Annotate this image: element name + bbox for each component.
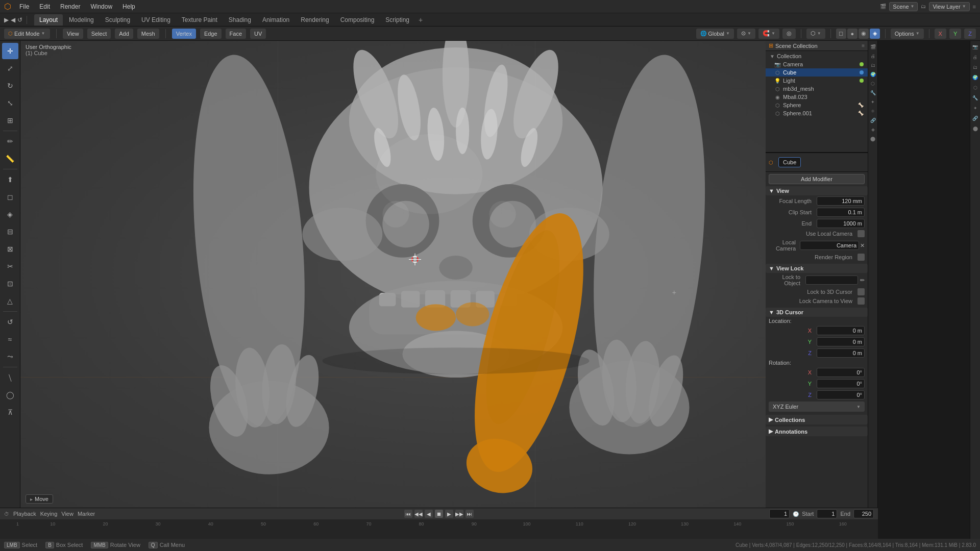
particles-far-icon[interactable]: ✦ [971,104,979,112]
poly-build-tool[interactable]: △ [2,293,18,309]
offset-edge-tool[interactable]: ⊠ [2,241,18,257]
stop-btn[interactable]: ⏹ [435,510,443,518]
view-menu-btn[interactable]: View [63,29,83,39]
view-section-header[interactable]: ▼ View [766,186,868,195]
prev-keyframe-btn[interactable]: ◀◀ [414,510,423,518]
solid-shading-btn[interactable]: ● [847,29,857,39]
scale-tool[interactable]: ⤡ [2,95,18,111]
object-props-icon[interactable]: ⬡ [869,80,877,88]
next-keyframe-btn[interactable]: ▶▶ [455,510,463,518]
annotations-header[interactable]: ▶ Annotations [766,427,868,436]
lock-to-object-value[interactable] [805,276,858,285]
header-icon-2[interactable]: ◀ [11,16,15,23]
lock-camera-view-toggle[interactable] [857,297,865,305]
camera-value[interactable]: Camera [800,241,859,250]
rotation-mode-dropdown[interactable]: XYZ Euler ▼ [769,402,865,412]
mesh-menu-btn[interactable]: Mesh [137,29,159,39]
world-props-far-icon[interactable]: 🌍 [971,73,979,82]
tab-compositing[interactable]: Compositing [335,14,380,26]
transform-tool[interactable]: ⊞ [2,112,18,129]
menu-file[interactable]: File [15,2,33,11]
end-frame-field[interactable]: 250 [853,509,874,518]
rip-region-tool[interactable]: ⊼ [2,404,18,420]
view-layer-props-icon[interactable]: 🗂 [869,61,877,69]
physics-props-icon[interactable]: ⚛ [869,107,877,115]
bisect-tool[interactable]: ⊡ [2,276,18,292]
scene-dropdown[interactable]: Scene ▼ [889,2,918,11]
shear-tool[interactable]: ⧹ [2,369,18,386]
cursor-x-value[interactable]: 0 m [817,326,865,335]
to-sphere-tool[interactable]: ◯ [2,387,18,403]
view-props-far-icon[interactable]: 🗂 [971,63,979,71]
x-axis-lock[interactable]: X [935,29,946,39]
cursor-rz-value[interactable]: 0° [817,390,865,399]
particles-props-icon[interactable]: ✦ [869,98,877,106]
clip-end-value[interactable]: 1000 m [817,219,865,228]
tab-texture-paint[interactable]: Texture Paint [177,14,223,26]
viewport-canvas[interactable]: + User Orthographic (1) Cube X -X Y Z [20,41,878,508]
z-axis-lock[interactable]: Z [964,29,976,39]
output-props-icon[interactable]: 🖨 [869,52,877,60]
vertex-btn[interactable]: Vertex [172,29,196,39]
start-frame-field[interactable]: 1 [817,509,837,518]
tab-layout[interactable]: Layout [34,14,63,26]
menu-edit[interactable]: Edit [35,2,54,11]
edge-btn[interactable]: Edge [200,29,222,39]
move-tool[interactable]: ⤢ [2,60,18,77]
jump-to-start-btn[interactable]: ⏮ [404,510,412,518]
outliner-sphere-item[interactable]: ⬡ Sphere 🦴 [766,101,868,109]
y-axis-lock[interactable]: Y [949,29,961,39]
render-region-toggle[interactable] [857,254,865,261]
lock-object-picker-icon[interactable]: ✏ [860,277,865,284]
outliner-sphere001-item[interactable]: ⬡ Sphere.001 🦴 [766,109,868,117]
wireframe-shading-btn[interactable]: ◻ [836,29,846,39]
outliner-mball-item[interactable]: ◉ Mball.023 [766,93,868,101]
tab-rendering[interactable]: Rendering [296,14,334,26]
3d-cursor-header[interactable]: ▼ 3D Cursor [766,308,868,317]
cursor-ry-value[interactable]: 0° [817,379,865,388]
menu-window[interactable]: Window [86,2,116,11]
material-props-icon[interactable]: ⬤ [869,135,877,143]
jump-to-end-btn[interactable]: ⏭ [465,510,474,518]
camera-picker-icon[interactable]: ✕ [860,242,865,249]
cursor-y-value[interactable]: 0 m [817,337,865,346]
add-menu-btn[interactable]: Add [115,29,133,39]
object-data-far-icon[interactable]: ⬡ [971,84,979,92]
tab-uv-editing[interactable]: UV Editing [136,14,176,26]
rendered-shading-btn[interactable]: ◈ [870,29,880,39]
annotate-tool[interactable]: ✏ [2,133,18,149]
snap-btn[interactable]: 🧲 ▼ [758,29,779,39]
focal-length-value[interactable]: 120 mm [817,196,865,206]
constraints-props-icon[interactable]: 🔗 [869,116,877,124]
filter-icon[interactable]: ≡ [973,4,976,10]
outliner-mb3d-item[interactable]: ⬡ mb3d_mesh [766,85,868,93]
proportional-btn[interactable]: ◎ [782,29,796,39]
header-icon-1[interactable]: ▶ [4,16,9,23]
pivot-btn[interactable]: ⊙ ▼ [737,29,755,39]
material-shading-btn[interactable]: ◉ [859,29,869,39]
smooth-tool[interactable]: ≈ [2,331,18,347]
modifier-props-icon[interactable]: 🔧 [869,89,877,97]
world-props-icon[interactable]: 🌍 [869,70,877,79]
constraints-far-icon[interactable]: 🔗 [971,114,979,122]
menu-help[interactable]: Help [118,2,139,11]
options-btn[interactable]: Options ▼ [891,29,924,39]
select-menu-btn[interactable]: Select [87,29,111,39]
timeline-keying-btn[interactable]: Keying [40,511,58,517]
outliner-collection-item[interactable]: ▼ Collection [766,52,868,60]
cursor-z-value[interactable]: 0 m [817,348,865,358]
clip-start-value[interactable]: 0.1 m [817,208,865,217]
outliner-cube-item[interactable]: ⬡ Cube [766,68,868,77]
cursor-tool[interactable]: ✛ [2,43,18,59]
lock-3d-cursor-toggle[interactable] [857,288,865,295]
timeline-view-btn[interactable]: View [61,511,74,517]
add-workspace-tab-button[interactable]: + [415,15,426,25]
outliner-filter-icon[interactable]: ≡ [862,43,865,48]
use-local-camera-toggle[interactable] [857,230,865,237]
rotate-tool[interactable]: ↻ [2,78,18,94]
overlay-btn[interactable]: ⬡ ▼ [806,29,825,39]
render-props-far-icon[interactable]: 📷 [971,43,979,51]
tab-modeling[interactable]: Modeling [64,14,99,26]
edge-slide-tool[interactable]: ⤳ [2,348,18,365]
knife-tool[interactable]: ✂ [2,258,18,274]
